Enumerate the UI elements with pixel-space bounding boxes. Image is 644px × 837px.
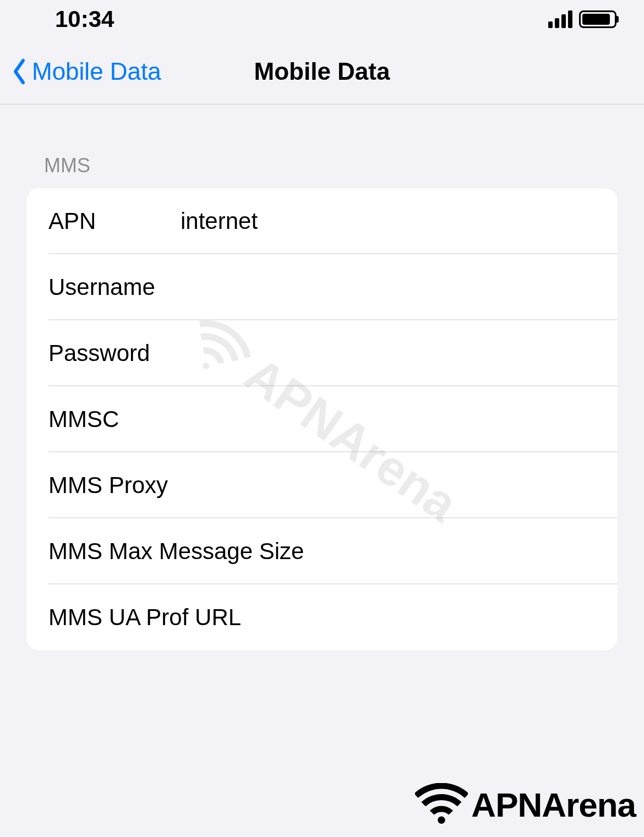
- input-mms-max-size[interactable]: [304, 538, 596, 565]
- row-mms-max-size[interactable]: MMS Max Message Size: [26, 518, 618, 584]
- status-indicators: [548, 10, 616, 28]
- chevron-left-icon: [11, 58, 28, 85]
- input-mms-ua-prof-url[interactable]: [241, 604, 596, 631]
- brand-logo-text: APNArena: [471, 785, 636, 824]
- row-apn[interactable]: APN: [26, 188, 618, 254]
- label-password: Password: [48, 340, 181, 366]
- status-time: 10:34: [55, 6, 114, 32]
- cellular-signal-icon: [548, 10, 572, 28]
- label-apn: APN: [48, 208, 181, 234]
- row-password[interactable]: Password: [26, 320, 618, 386]
- section-header-mms: MMS: [26, 105, 618, 188]
- label-mms-max-size: MMS Max Message Size: [48, 538, 304, 565]
- page-title: Mobile Data: [254, 58, 390, 85]
- back-label: Mobile Data: [32, 58, 161, 85]
- svg-point-0: [438, 816, 445, 823]
- back-button[interactable]: Mobile Data: [0, 58, 161, 85]
- brand-logo: APNArena: [415, 783, 636, 826]
- input-apn[interactable]: [181, 208, 596, 234]
- input-mms-proxy[interactable]: [181, 472, 596, 499]
- content-area: MMS APN Username Password MMSC MMS Proxy: [0, 105, 644, 650]
- status-bar: 10:34: [0, 0, 644, 39]
- input-mmsc[interactable]: [181, 406, 596, 433]
- input-username[interactable]: [181, 274, 596, 300]
- navigation-bar: Mobile Data Mobile Data: [0, 39, 644, 105]
- row-mmsc[interactable]: MMSC: [26, 386, 618, 452]
- label-mms-proxy: MMS Proxy: [48, 472, 181, 499]
- label-mms-ua-prof-url: MMS UA Prof URL: [48, 604, 241, 631]
- battery-icon: [579, 10, 616, 28]
- settings-group-mms: APN Username Password MMSC MMS Proxy MMS…: [26, 188, 618, 650]
- label-username: Username: [48, 274, 181, 300]
- row-mms-proxy[interactable]: MMS Proxy: [26, 452, 618, 518]
- label-mmsc: MMSC: [48, 406, 181, 433]
- wifi-icon: [415, 783, 468, 826]
- row-mms-ua-prof-url[interactable]: MMS UA Prof URL: [26, 584, 618, 650]
- row-username[interactable]: Username: [26, 254, 618, 320]
- input-password[interactable]: [181, 340, 596, 366]
